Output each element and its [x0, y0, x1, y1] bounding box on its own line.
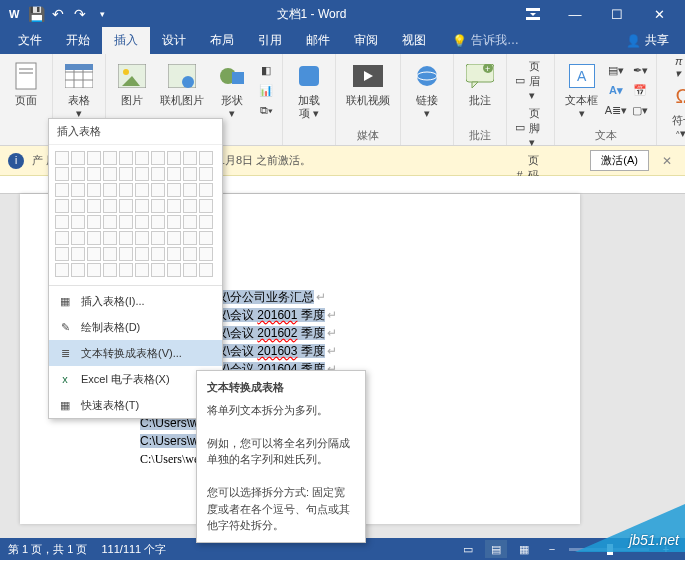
tab-review[interactable]: 审阅 [342, 27, 390, 54]
grid-cell[interactable] [119, 199, 133, 213]
grid-cell[interactable] [167, 263, 181, 277]
grid-cell[interactable] [87, 263, 101, 277]
grid-cell[interactable] [87, 199, 101, 213]
grid-cell[interactable] [135, 183, 149, 197]
grid-cell[interactable] [151, 247, 165, 261]
table-button[interactable]: 表格 ▾ [59, 58, 99, 122]
grid-cell[interactable] [71, 151, 85, 165]
grid-cell[interactable] [167, 199, 181, 213]
grid-cell[interactable] [167, 231, 181, 245]
grid-cell[interactable] [87, 151, 101, 165]
online-video-button[interactable]: 联机视频 [342, 58, 394, 109]
activate-button[interactable]: 激活(A) [590, 150, 649, 171]
grid-cell[interactable] [135, 151, 149, 165]
grid-cell[interactable] [103, 247, 117, 261]
tell-me[interactable]: 💡告诉我… [444, 27, 527, 54]
grid-cell[interactable] [167, 167, 181, 181]
convert-text-item[interactable]: ≣文本转换成表格(V)... [49, 340, 222, 366]
grid-cell[interactable] [119, 151, 133, 165]
header-button[interactable]: ▭页眉 ▾ [513, 58, 548, 103]
grid-cell[interactable] [151, 183, 165, 197]
quickparts-button[interactable]: ▤▾ [606, 61, 626, 79]
grid-cell[interactable] [167, 183, 181, 197]
grid-cell[interactable] [183, 183, 197, 197]
grid-cell[interactable] [135, 215, 149, 229]
object-button[interactable]: ▢▾ [630, 101, 650, 119]
grid-cell[interactable] [151, 263, 165, 277]
equation-button[interactable]: π ▾ [673, 58, 685, 76]
tab-view[interactable]: 视图 [390, 27, 438, 54]
footer-button[interactable]: ▭页脚 ▾ [513, 105, 548, 150]
chart-button[interactable]: 📊 [256, 81, 276, 99]
grid-cell[interactable] [103, 183, 117, 197]
grid-cell[interactable] [119, 247, 133, 261]
grid-cell[interactable] [199, 231, 213, 245]
grid-cell[interactable] [87, 167, 101, 181]
read-mode-icon[interactable]: ▭ [457, 540, 479, 558]
collapse-ribbon-icon[interactable]: ˄ [675, 130, 681, 143]
grid-cell[interactable] [199, 151, 213, 165]
redo-icon[interactable]: ↷ [72, 6, 88, 22]
print-layout-icon[interactable]: ▤ [485, 540, 507, 558]
grid-cell[interactable] [119, 183, 133, 197]
datetime-button[interactable]: 📅 [630, 81, 650, 99]
draw-table-item[interactable]: ✎绘制表格(D) [49, 314, 222, 340]
tab-file[interactable]: 文件 [6, 27, 54, 54]
undo-icon[interactable]: ↶ [50, 6, 66, 22]
grid-cell[interactable] [183, 215, 197, 229]
ribbon-options-icon[interactable] [513, 0, 553, 28]
grid-cell[interactable] [151, 151, 165, 165]
addins-button[interactable]: 加载 项 ▾ [289, 58, 329, 122]
grid-cell[interactable] [183, 199, 197, 213]
grid-cell[interactable] [55, 199, 69, 213]
grid-cell[interactable] [151, 215, 165, 229]
grid-cell[interactable] [55, 151, 69, 165]
grid-cell[interactable] [55, 231, 69, 245]
grid-cell[interactable] [183, 231, 197, 245]
picture-button[interactable]: 图片 [112, 58, 152, 122]
grid-cell[interactable] [199, 263, 213, 277]
page-count[interactable]: 第 1 页，共 1 页 [8, 542, 87, 557]
tab-home[interactable]: 开始 [54, 27, 102, 54]
textbox-button[interactable]: A文本框 ▾ [561, 58, 602, 122]
zoom-slider[interactable] [569, 548, 649, 551]
grid-cell[interactable] [151, 167, 165, 181]
grid-cell[interactable] [135, 167, 149, 181]
zoom-out-icon[interactable]: − [541, 540, 563, 558]
symbol-button[interactable]: Ω符号 ▾ [663, 78, 685, 142]
grid-cell[interactable] [87, 183, 101, 197]
grid-cell[interactable] [119, 263, 133, 277]
grid-cell[interactable] [135, 263, 149, 277]
grid-cell[interactable] [87, 247, 101, 261]
grid-cell[interactable] [119, 215, 133, 229]
shapes-button[interactable]: 形状 ▾ [212, 58, 252, 122]
comment-button[interactable]: +批注 [460, 58, 500, 109]
grid-cell[interactable] [103, 199, 117, 213]
grid-cell[interactable] [55, 167, 69, 181]
tab-references[interactable]: 引用 [246, 27, 294, 54]
grid-cell[interactable] [55, 215, 69, 229]
grid-cell[interactable] [199, 167, 213, 181]
grid-cell[interactable] [103, 151, 117, 165]
grid-cell[interactable] [183, 247, 197, 261]
web-layout-icon[interactable]: ▦ [513, 540, 535, 558]
grid-cell[interactable] [119, 167, 133, 181]
minimize-button[interactable]: ― [555, 0, 595, 28]
maximize-button[interactable]: ☐ [597, 0, 637, 28]
grid-cell[interactable] [183, 151, 197, 165]
insert-table-item[interactable]: ▦插入表格(I)... [49, 288, 222, 314]
grid-cell[interactable] [135, 231, 149, 245]
grid-cell[interactable] [71, 199, 85, 213]
share-button[interactable]: 👤共享 [616, 27, 679, 54]
grid-cell[interactable] [199, 247, 213, 261]
notice-close-icon[interactable]: ✕ [657, 154, 677, 168]
grid-cell[interactable] [103, 263, 117, 277]
tab-layout[interactable]: 布局 [198, 27, 246, 54]
tab-design[interactable]: 设计 [150, 27, 198, 54]
word-count[interactable]: 111/111 个字 [101, 542, 166, 557]
grid-cell[interactable] [199, 183, 213, 197]
grid-cell[interactable] [119, 231, 133, 245]
grid-cell[interactable] [167, 247, 181, 261]
qat-dropdown-icon[interactable]: ▾ [94, 6, 110, 22]
grid-cell[interactable] [167, 215, 181, 229]
